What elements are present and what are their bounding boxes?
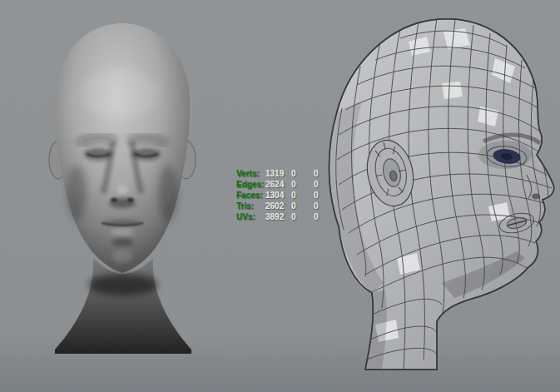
hud-col2: 0 [291,168,314,179]
hud-col2: 0 [291,179,314,190]
hud-col2: 0 [291,211,314,222]
hud-total: 2602 [265,201,291,211]
hud-total: 3892 [265,211,291,222]
hud-total: 2624 [265,179,291,190]
hud-label: UVs: [236,211,265,222]
3d-viewport[interactable]: Verts: 1319 0 0 Edges: 2624 0 0 Faces: 1… [0,0,560,392]
wireframe-head-render [317,8,560,370]
hud-label: Edges: [236,179,265,190]
hud-total: 1319 [265,168,291,179]
smooth-head-model[interactable] [27,17,222,354]
hud-col2: 0 [291,190,314,201]
wireframe-head-model[interactable] [317,8,560,370]
hud-total: 1304 [265,190,291,201]
hud-label: Tris: [236,201,265,211]
smooth-head-render [27,17,222,354]
hud-col2: 0 [291,201,314,211]
hud-label: Verts: [236,168,265,179]
hud-label: Faces: [236,190,265,201]
